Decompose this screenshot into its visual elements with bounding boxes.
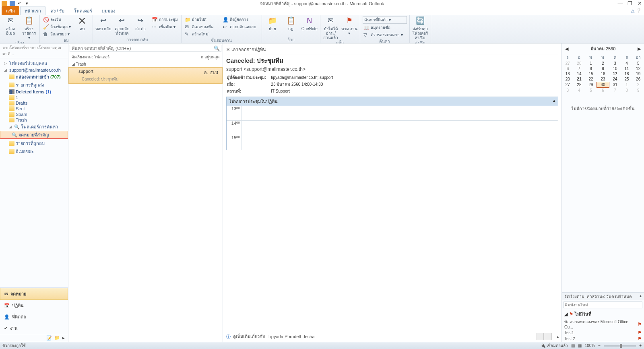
folder-personal[interactable]: ▷โฟลเดอร์ส่วนบุคคล — [0, 59, 68, 67]
calendar-day[interactable]: 8 — [585, 66, 597, 71]
message-item[interactable]: supportอ. 21/3 Canceled: ประชุมทีม — [68, 67, 223, 84]
flag-icon[interactable]: ⚑ — [638, 330, 642, 335]
calendar-day[interactable]: 27 — [562, 61, 574, 66]
folder-junk[interactable]: อีเมลขยะ — [0, 147, 68, 155]
filter-email-button[interactable]: ▽ตัวกรองจดหมาย ▾ — [363, 31, 407, 38]
zoom-out-button[interactable]: − — [598, 343, 601, 348]
calendar-day[interactable]: 29 — [585, 82, 597, 88]
folder-important-mail[interactable]: 🔍จดหมายที่สำคัญ — [0, 131, 68, 139]
nav-mail[interactable]: ✉จดหมาย — [0, 288, 68, 300]
calendar-day[interactable]: 5 — [585, 88, 597, 93]
calendar-slot-13[interactable] — [242, 106, 558, 120]
calendar-day[interactable]: 2 — [632, 82, 644, 88]
folder-search-folders[interactable]: ◢🔍โฟลเดอร์การค้นหา — [0, 123, 68, 131]
calendar-day[interactable]: 1 — [585, 61, 597, 66]
delete-button[interactable]: ✕ลบ — [74, 16, 90, 31]
view-normal-icon[interactable]: ▤ — [571, 343, 575, 348]
quickstep-teammail[interactable]: ✉อีเมลของทีม — [184, 23, 219, 30]
tab-file[interactable]: แฟ้ม — [2, 6, 19, 15]
junk-button[interactable]: 🗑อีเมลขยะ ▾ — [42, 31, 72, 37]
calendar-day[interactable]: 14 — [574, 71, 585, 76]
calendar-day[interactable]: 3 — [609, 61, 621, 66]
unread-button[interactable]: ✉ยังไม่ได้อ่าน /อ่านแล้ว — [323, 16, 339, 40]
zoom-slider[interactable] — [604, 345, 636, 347]
prev-month-button[interactable]: ◀ — [565, 46, 568, 52]
calendar-day[interactable]: 26 — [632, 76, 644, 82]
new-task-input[interactable] — [564, 302, 642, 308]
folder-trash[interactable]: Trash — [0, 117, 68, 123]
close-button[interactable]: ✕ — [637, 1, 642, 6]
calendar-day[interactable]: 2 — [597, 61, 609, 66]
folder-sent-items[interactable]: รายการที่ถูกส่ง — [0, 81, 68, 89]
quickstep-replydelete[interactable]: ↩ตอบกลับและลบ — [222, 23, 259, 30]
folder-inbox[interactable]: กล่องจดหมายเข้า (707) — [0, 73, 68, 81]
calendar-day[interactable]: 11 — [621, 66, 633, 71]
view-reading-icon[interactable]: ▦ — [578, 343, 582, 348]
tab-sendreceive[interactable]: ส่ง / รับ — [46, 6, 69, 15]
calendar-day[interactable]: 6 — [597, 88, 609, 93]
tab-home[interactable]: หน้าแรก — [20, 6, 45, 15]
flag-icon[interactable]: ⚑ — [638, 336, 642, 341]
list-sort-header[interactable]: จัดเรียงตาม: โฟลเดอร์ ก อยู่บนสุด — [68, 53, 223, 61]
task-sort-header[interactable]: จัดเรียงตาม: ค่าสถานะ: วันครบกำหนด▴ — [562, 293, 644, 300]
calendar-day[interactable]: 24 — [609, 76, 621, 82]
folder-account[interactable]: ◢support@mailmaster.co.th — [0, 67, 68, 73]
onenote-button[interactable]: NOneNote — [301, 16, 318, 31]
folder-deleted-items[interactable]: 🗑Deleted Items (1) — [0, 89, 68, 95]
next-month-button[interactable]: ▶ — [638, 46, 641, 52]
calendar-day[interactable]: 23 — [597, 76, 609, 82]
folder-spam[interactable]: Spam — [0, 112, 68, 117]
nav-calendar[interactable]: 📅ปฏิทิน — [0, 300, 68, 311]
calendar-day[interactable]: 19 — [632, 71, 644, 76]
calendar-day[interactable]: 30 — [597, 82, 609, 88]
calendar-day[interactable]: 28 — [574, 82, 585, 88]
calendar-day[interactable]: 16 — [597, 71, 609, 76]
calendar-day[interactable]: 15 — [585, 71, 597, 76]
minimize-button[interactable]: — — [617, 1, 623, 6]
help-icon[interactable]: ❔ — [636, 8, 642, 13]
undo-icon[interactable]: ↶ — [18, 1, 23, 6]
message-group-header[interactable]: ◢ Trash — [68, 61, 223, 67]
rules-button[interactable]: 📋กฎ — [283, 16, 299, 31]
calendar-day[interactable]: 4 — [574, 88, 585, 93]
meeting-button[interactable]: 📅การประชุม — [151, 16, 179, 23]
search-input[interactable] — [70, 45, 221, 52]
reply-all-button[interactable]: ↩ตอบกลับ ทั้งหมด — [114, 16, 130, 35]
reply-button[interactable]: ↩ตอบ กลับ — [95, 16, 111, 31]
task-item-1[interactable]: ข้อความทดลองของ Microsoft Office Ou...⚑ — [562, 318, 644, 330]
calendar-day[interactable]: 12 — [632, 66, 644, 71]
address-book-button[interactable]: 📖สมุดรายชื่อ — [363, 24, 407, 31]
calendar-day[interactable]: 22 — [585, 76, 597, 82]
search-icon[interactable]: 🔍 — [214, 45, 220, 51]
calendar-day[interactable]: 13 — [562, 71, 574, 76]
find-contact-input[interactable]: ค้นหาที่ติดต่อ ▾ — [363, 16, 407, 24]
calendar-day[interactable]: 9 — [632, 88, 644, 93]
nav-contacts[interactable]: 👤ที่ติดต่อ — [0, 311, 68, 322]
folder-list-icon[interactable]: 📁 — [54, 335, 60, 341]
ignore-button[interactable]: 🚫ละเว้น — [42, 16, 72, 23]
zoom-in-button[interactable]: + — [639, 343, 642, 348]
calendar-day[interactable]: 8 — [621, 88, 633, 93]
nav-tasks[interactable]: ✔งาน — [0, 322, 68, 334]
calendar-day[interactable]: 28 — [574, 61, 585, 66]
shortcuts-icon[interactable]: ▸ — [62, 335, 65, 341]
calendar-day[interactable]: 9 — [597, 66, 609, 71]
folder-deleted-items2[interactable]: รายการที่ถูกลบ — [0, 139, 68, 147]
minimize-ribbon-icon[interactable]: △ — [631, 8, 634, 13]
calendar-slot-14[interactable] — [242, 121, 558, 135]
expand-people-icon[interactable]: ▴ — [557, 334, 559, 339]
calendar-day[interactable]: 6 — [562, 66, 574, 71]
calendar-day[interactable]: 1 — [621, 82, 633, 88]
calendar-day[interactable]: 20 — [562, 76, 574, 82]
forward-button[interactable]: ↪ส่ง ต่อ — [132, 16, 149, 31]
calendar-day[interactable]: 10 — [609, 66, 621, 71]
calendar-day[interactable]: 31 — [609, 82, 621, 88]
new-items-button[interactable]: 📋สร้าง รายการ ▾ — [21, 16, 37, 40]
send-receive-button[interactable]: 🔄ส่ง/รับทุก โฟลเดอร์ ส่ง/รับ — [412, 16, 428, 40]
calendar-day[interactable]: 21 — [574, 76, 585, 82]
flag-icon[interactable]: ⚑ — [638, 322, 642, 327]
calendar-day[interactable]: 18 — [621, 71, 633, 76]
task-group-header[interactable]: ◢⚑ไม่มีวันที่ — [562, 310, 644, 318]
tab-folder[interactable]: โฟลเดอร์ — [70, 6, 97, 15]
folder-drafts[interactable]: Drafts — [0, 100, 68, 106]
